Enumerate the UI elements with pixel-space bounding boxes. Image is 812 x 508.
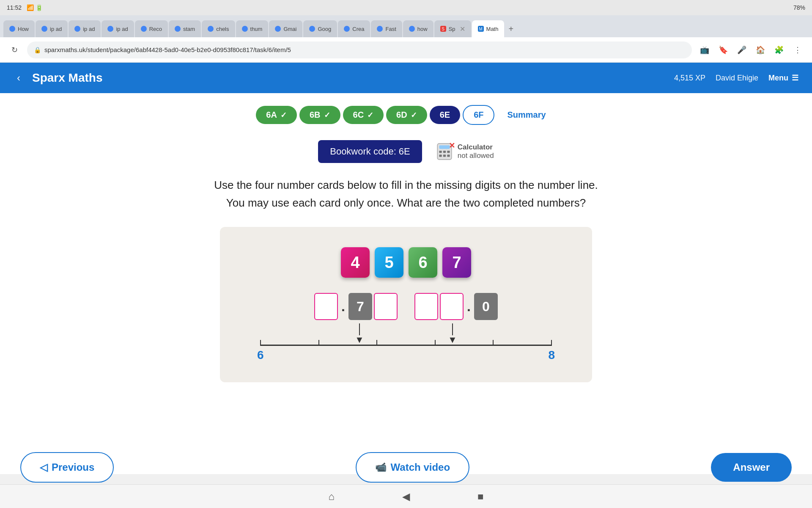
tab-6e-label: 6E [440,110,450,120]
app-logo: Sparx Maths [32,71,666,85]
url-bar[interactable]: 🔒 sparxmaths.uk/student/package/6abf4428… [27,41,692,58]
number-line-container: 6 8 [254,345,558,362]
cross-icon: ✕ [449,141,455,150]
number2-dot: . [467,299,471,315]
tab-6b-label: 6B [310,110,321,120]
svg-rect-6 [443,155,446,157]
answer-button[interactable]: Answer [711,453,792,482]
mic-button[interactable]: 🎤 [734,42,749,58]
android-home-button[interactable]: ⌂ [329,491,335,502]
tab-6a-label: 6A [266,110,277,120]
number1-digit2: 7 [348,293,372,320]
tab-ipad3[interactable]: ip ad [102,20,134,37]
number1-group: . 7 [314,293,398,320]
tab-6f-label: 6F [474,110,483,120]
tab-6f[interactable]: 6F [463,105,494,125]
prev-icon: ◁ [40,461,47,473]
tab-6d-label: 6D [396,110,407,120]
checkmark-6b: ✓ [324,110,330,120]
cast-button[interactable]: 📺 [697,42,712,58]
calculator-status: ✕ Calculator not allowed [436,143,494,160]
tab-6e[interactable]: 6E [430,106,460,124]
number-line-start: 6 [257,348,264,362]
card-7[interactable]: 7 [442,247,471,278]
calc-label: Calculator [458,143,494,152]
main-content: 6A ✓ 6B ✓ 6C ✓ 6D ✓ 6E 6F Summary Bookwo… [0,93,812,474]
new-tab-button[interactable]: + [505,20,517,37]
hamburger-icon: ☰ [792,73,798,83]
calculator-icon: ✕ [436,143,453,160]
card-6[interactable]: 6 [409,247,437,278]
android-nav-bar: ⌂ ◀ ■ [0,484,812,508]
bottom-bar: ◁ Previous 📹 Watch video Answer [0,452,812,483]
svg-rect-4 [447,151,450,153]
address-bar: ↻ 🔒 sparxmaths.uk/student/package/6abf44… [0,37,812,63]
tab-6a[interactable]: 6A ✓ [256,106,297,124]
number2-digit3: 0 [474,293,498,320]
tab-6d[interactable]: 6D ✓ [386,106,427,124]
tab-6c[interactable]: 6C ✓ [343,106,384,124]
time-display: 11:52 [7,4,22,11]
card-5[interactable]: 5 [375,247,403,278]
svg-rect-1 [439,145,450,149]
number2-digit2[interactable] [440,293,464,320]
number1-digit1[interactable] [314,293,338,320]
number2-digit1[interactable] [414,293,438,320]
tab-sp[interactable]: SSp ✕ [434,20,471,37]
home-button[interactable]: 🏠 [753,42,768,58]
tab-ipad2[interactable]: ip ad [69,20,101,37]
tab-math[interactable]: M Math [472,20,505,37]
tab-gmail[interactable]: Gmai [269,20,302,37]
progress-tabs: 6A ✓ 6B ✓ 6C ✓ 6D ✓ 6E 6F Summary [0,93,812,133]
refresh-button[interactable]: ↻ [7,42,22,58]
svg-rect-3 [443,151,446,153]
android-recents-button[interactable]: ■ [477,491,484,502]
tab-ipad1[interactable]: ip ad [36,20,68,37]
tab-stam[interactable]: stam [169,20,201,37]
battery-level: 78% [793,4,805,11]
back-button[interactable]: ‹ [14,69,24,87]
tab-6c-label: 6C [353,110,364,120]
number-line-end: 8 [548,348,555,362]
bookwork-code: Bookwork code: 6E [318,140,422,163]
app-header: ‹ Sparx Maths 4,515 XP David Ehigie Menu… [0,63,812,93]
url-text: sparxmaths.uk/student/package/6abf4428-5… [44,46,291,53]
svg-rect-2 [439,151,442,153]
checkmark-6c: ✓ [367,110,373,120]
number-cards: 4 5 6 7 [341,247,471,278]
bookwork-row: Bookwork code: 6E ✕ Calculator not allo [0,140,812,163]
tab-6b[interactable]: 6B ✓ [299,106,340,124]
extensions-button[interactable]: 🧩 [771,42,787,58]
previous-button[interactable]: ◁ Previous [20,452,114,483]
tab-fast[interactable]: Fast [371,20,402,37]
menu-button[interactable]: Menu ☰ [768,73,798,83]
tab-thum[interactable]: thum [236,20,269,37]
tab-crea[interactable]: Crea [338,20,370,37]
tab-reco[interactable]: Reco [135,20,168,37]
number1-digit3[interactable] [374,293,398,320]
answer-label: Answer [733,461,770,473]
number2-group: . 0 [414,293,498,320]
number-labels: 6 8 [254,346,558,362]
card-4[interactable]: 4 [341,247,370,278]
number1-dot: . [341,299,345,315]
question-line2: You may use each card only once. What ar… [211,194,601,212]
arrow-left: ▼ [355,323,364,345]
android-back-button[interactable]: ◀ [402,491,410,502]
bookmark-button[interactable]: 🔖 [716,42,731,58]
arrow-right: ▼ [448,323,457,345]
tab-chels[interactable]: chels [202,20,235,37]
question-line1: Use the four number cards below to fill … [211,177,601,194]
menu-dots-button[interactable]: ⋮ [790,42,805,58]
tab-google[interactable]: Goog [303,20,337,37]
tab-how[interactable]: How [3,20,35,37]
lock-icon: 🔒 [34,47,41,53]
tab-how2[interactable]: how [403,20,433,37]
tab-summary-label: Summary [507,110,546,120]
watch-video-button[interactable]: 📹 Watch video [356,452,469,483]
tab-summary[interactable]: Summary [497,106,556,124]
user-name: David Ehigie [716,74,758,83]
previous-label: Previous [52,461,94,473]
checkmark-6d: ✓ [411,110,417,120]
number-display: . 7 . 0 ▼ [245,293,567,362]
